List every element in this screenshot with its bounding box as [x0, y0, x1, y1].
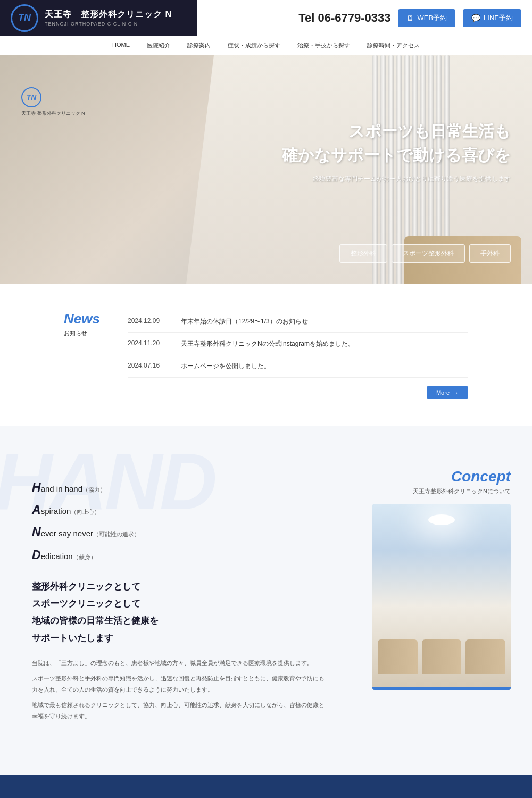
- concept-body3: 地域で最も信頼されるクリニックとして、協力、向上心、可能性の追求、献身を大切にし…: [32, 700, 330, 722]
- news-date: 2024.07.16: [128, 362, 170, 371]
- hand-item-a: Aspiration（向上心）: [32, 501, 330, 518]
- hero-section: TN 天王寺 整形外科クリニック N スポーツも日常生活も 確かなサポートで動け…: [0, 55, 532, 284]
- nav-item-services[interactable]: 診療案内: [179, 36, 219, 55]
- chat-icon: 💬: [471, 14, 480, 22]
- letter-n: N: [32, 525, 41, 539]
- letter-a: A: [32, 503, 41, 517]
- web-reserve-button[interactable]: 🖥 WEB予約: [398, 9, 455, 27]
- news-text: 天王寺整形外科クリニックNの公式Instagramを始めました。: [181, 339, 354, 348]
- more-button-wrapper: More →: [128, 386, 468, 399]
- monitor-icon: 🖥: [406, 14, 414, 22]
- phone-number: Tel 06-6779-0333: [298, 11, 390, 25]
- concept-section: HAND Hand in hand（協力） Aspiration（向上心） Ne…: [0, 426, 532, 775]
- letter-h: H: [32, 480, 41, 494]
- arrow-icon: →: [453, 389, 459, 396]
- hero-clinic-logo: TN 天王寺 整形外科クリニック N: [21, 87, 85, 117]
- concept-heading: Concept: [372, 468, 511, 485]
- ceiling-light: [428, 514, 455, 525]
- hero-text-block: スポーツも日常生活も 確かなサポートで動ける喜びを 経験豊富な専門チームがお一人…: [282, 119, 511, 184]
- nav-list: HOME 医院紹介 診療案内 症状・成績から探す 治療・手技から探す 診療時間・…: [0, 36, 532, 55]
- logo-sub: TENNOJI ORTHOPAEDIC CLINIC N: [45, 21, 172, 27]
- header: TN 天王寺 整形外科クリニック N TENNOJI ORTHOPAEDIC C…: [0, 0, 532, 36]
- navigation: HOME 医院紹介 診療案内 症状・成績から探す 治療・手技から探す 診療時間・…: [0, 36, 532, 55]
- concept-title-block: Concept 天王寺整形外科クリニックNについて: [372, 468, 511, 495]
- news-items-list: 2024.12.09 年末年始の休診日（12/29〜1/3）のお知らせ 2024…: [128, 311, 468, 399]
- news-item: 2024.12.09 年末年始の休診日（12/29〜1/3）のお知らせ: [128, 311, 468, 333]
- news-text: 年末年始の休診日（12/29〜1/3）のお知らせ: [181, 317, 308, 326]
- news-item: 2024.11.20 天王寺整形外科クリニックNの公式Instagramを始めま…: [128, 333, 468, 355]
- nav-item-clinic[interactable]: 医院紹介: [138, 36, 179, 55]
- couch1: [378, 639, 418, 674]
- concept-tagline: 整形外科クリニックとしてスポーツクリニックとして地域の皆様の日常生活と健康をサポ…: [32, 578, 330, 647]
- nav-item-treatment[interactable]: 治療・手技から探す: [289, 36, 359, 55]
- hero-btn-sports[interactable]: スポーツ整形外科: [392, 244, 465, 263]
- hero-btn-ortho[interactable]: 整形外科: [339, 244, 387, 263]
- hero-headline1: スポーツも日常生活も: [282, 119, 511, 143]
- header-right: Tel 06-6779-0333 🖥 WEB予約 💬 LINE予約: [197, 9, 532, 27]
- info-section: ⏱ 診療時間 診療時間 月 火 水 木 金 土 日: [0, 775, 532, 798]
- concept-body1: 当院は、「三方よし」の理念のもと、患者様や地域の方々、職員全員が満足できる医療環…: [32, 658, 330, 669]
- news-text: ホームページを公開しました。: [181, 362, 270, 371]
- news-date: 2024.11.20: [128, 339, 170, 348]
- letter-d: D: [32, 548, 41, 562]
- nav-item-home[interactable]: HOME: [104, 36, 138, 55]
- couches-area: [378, 639, 505, 674]
- news-date: 2024.12.09: [128, 317, 170, 326]
- hand-items: Hand in hand（協力） Aspiration（向上心） Never s…: [32, 479, 330, 563]
- hero-buttons: 整形外科 スポーツ整形外科 手外科: [339, 244, 511, 263]
- concept-right: Concept 天王寺整形外科クリニックNについて: [362, 468, 532, 701]
- nav-item-symptoms[interactable]: 症状・成績から探す: [219, 36, 289, 55]
- news-section: News お知らせ 2024.12.09 年末年始の休診日（12/29〜1/3）…: [0, 284, 532, 426]
- logo-main: 天王寺 整形外科クリニック N: [45, 9, 172, 20]
- couch2: [422, 639, 462, 674]
- more-button[interactable]: More →: [427, 386, 468, 399]
- logo-text: 天王寺 整形外科クリニック N TENNOJI ORTHOPAEDIC CLIN…: [45, 9, 172, 27]
- concept-subtitle: 天王寺整形外科クリニックNについて: [372, 487, 511, 495]
- news-inner: News お知らせ 2024.12.09 年末年始の休診日（12/29〜1/3）…: [64, 311, 468, 399]
- news-sublabel: お知らせ: [64, 329, 106, 337]
- couch3: [466, 639, 505, 674]
- news-label-block: News お知らせ: [64, 311, 106, 399]
- hand-item-n: Never say never（可能性の追求）: [32, 523, 330, 541]
- nav-item-access[interactable]: 診療時間・アクセス: [359, 36, 428, 55]
- line-reserve-button[interactable]: 💬 LINE予約: [463, 9, 521, 27]
- blue-stripe: [372, 687, 511, 690]
- concept-inner: Hand in hand（協力） Aspiration（向上心） Never s…: [0, 468, 532, 732]
- concept-image: [372, 504, 511, 690]
- concept-left: Hand in hand（協力） Aspiration（向上心） Never s…: [0, 468, 362, 732]
- hand-item-d: Dedication（献身）: [32, 546, 330, 563]
- hero-btn-hand[interactable]: 手外科: [469, 244, 511, 263]
- concept-body2: スポーツ整形外科と手外科の専門知識を活かし、迅速な回復と再発防止を目指すとともに…: [32, 673, 330, 695]
- logo-emblem: TN: [11, 4, 38, 32]
- hand-item-h: Hand in hand（協力）: [32, 479, 330, 496]
- hero-headline2: 確かなサポートで動ける喜びを: [282, 143, 511, 167]
- news-item: 2024.07.16 ホームページを公開しました。: [128, 355, 468, 378]
- hero-subtext: 経験豊富な専門チームがお一人おひとりに寄り添う医療を提供します: [282, 174, 511, 184]
- logo-area: TN 天王寺 整形外科クリニック N TENNOJI ORTHOPAEDIC C…: [0, 0, 197, 36]
- news-heading: News: [64, 311, 106, 327]
